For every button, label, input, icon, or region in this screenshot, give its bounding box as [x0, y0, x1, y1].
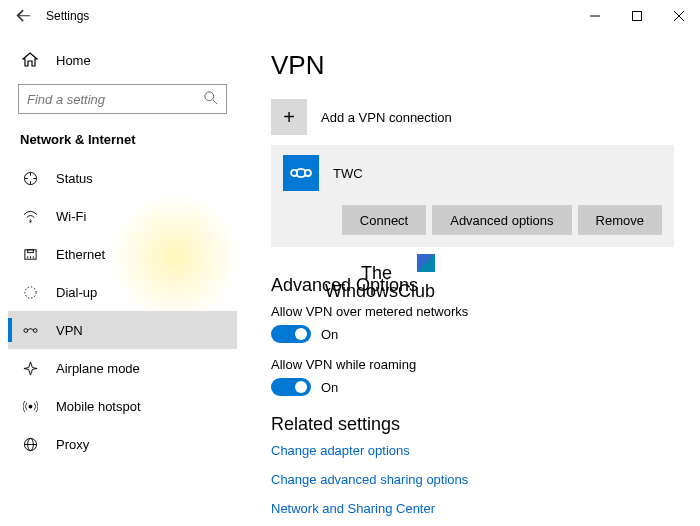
wifi-icon — [20, 209, 40, 224]
sidebar-section-header: Network & Internet — [8, 124, 237, 159]
related-settings-header: Related settings — [271, 414, 674, 435]
sidebar-item-label: Ethernet — [56, 247, 105, 262]
hotspot-icon — [20, 399, 40, 414]
titlebar: Settings — [0, 0, 700, 32]
svg-point-7 — [29, 220, 31, 222]
svg-rect-9 — [27, 249, 33, 252]
content-pane: VPN + Add a VPN connection TWC Connect A… — [245, 32, 700, 526]
plus-icon: + — [271, 99, 307, 135]
sidebar-item-wifi[interactable]: Wi-Fi — [8, 197, 237, 235]
vpn-connection-name: TWC — [333, 166, 363, 181]
sidebar: Home Network & Internet Status Wi-Fi Eth… — [0, 32, 245, 526]
maximize-button[interactable] — [616, 0, 658, 32]
sidebar-item-label: Proxy — [56, 437, 89, 452]
connect-button[interactable]: Connect — [342, 205, 426, 235]
svg-rect-1 — [633, 12, 642, 21]
ethernet-icon — [20, 247, 40, 262]
status-icon — [20, 171, 40, 186]
metered-toggle-state: On — [321, 327, 338, 342]
window-controls — [574, 0, 700, 32]
link-sharing-options[interactable]: Change advanced sharing options — [271, 472, 674, 487]
sidebar-item-label: VPN — [56, 323, 83, 338]
advanced-options-button[interactable]: Advanced options — [432, 205, 571, 235]
sidebar-item-label: Mobile hotspot — [56, 399, 141, 414]
search-box[interactable] — [18, 84, 227, 114]
sidebar-item-label: Dial-up — [56, 285, 97, 300]
vpn-icon — [20, 323, 40, 338]
metered-toggle-label: Allow VPN over metered networks — [271, 304, 674, 319]
sidebar-item-label: Wi-Fi — [56, 209, 86, 224]
vpn-connection-icon — [283, 155, 319, 191]
window-title: Settings — [46, 9, 89, 23]
svg-line-5 — [213, 99, 217, 103]
svg-point-13 — [28, 404, 32, 408]
sidebar-item-status[interactable]: Status — [8, 159, 237, 197]
add-vpn-row[interactable]: + Add a VPN connection — [271, 99, 674, 135]
link-network-center[interactable]: Network and Sharing Center — [271, 501, 674, 516]
sidebar-item-proxy[interactable]: Proxy — [8, 425, 237, 463]
svg-point-4 — [205, 91, 214, 100]
add-vpn-label: Add a VPN connection — [321, 110, 452, 125]
svg-point-10 — [24, 286, 35, 297]
search-icon — [204, 91, 218, 108]
roaming-toggle-label: Allow VPN while roaming — [271, 357, 674, 372]
proxy-icon — [20, 437, 40, 452]
page-title: VPN — [271, 50, 674, 81]
roaming-toggle-state: On — [321, 380, 338, 395]
sidebar-item-label: Status — [56, 171, 93, 186]
sidebar-item-label: Airplane mode — [56, 361, 140, 376]
metered-toggle[interactable] — [271, 325, 311, 343]
vpn-connection-card[interactable]: TWC Connect Advanced options Remove — [271, 145, 674, 247]
sidebar-item-ethernet[interactable]: Ethernet — [8, 235, 237, 273]
dialup-icon — [20, 285, 40, 300]
sidebar-item-airplane[interactable]: Airplane mode — [8, 349, 237, 387]
remove-button[interactable]: Remove — [578, 205, 662, 235]
roaming-toggle[interactable] — [271, 378, 311, 396]
airplane-icon — [20, 361, 40, 376]
svg-point-12 — [33, 328, 37, 332]
sidebar-item-hotspot[interactable]: Mobile hotspot — [8, 387, 237, 425]
back-button[interactable] — [8, 0, 38, 32]
home-icon — [20, 52, 40, 68]
sidebar-item-vpn[interactable]: VPN — [8, 311, 237, 349]
nav-home[interactable]: Home — [8, 42, 237, 78]
search-input[interactable] — [27, 92, 204, 107]
nav-home-label: Home — [56, 53, 91, 68]
sidebar-item-dialup[interactable]: Dial-up — [8, 273, 237, 311]
minimize-button[interactable] — [574, 0, 616, 32]
advanced-options-header: Advanced Options — [271, 275, 674, 296]
close-button[interactable] — [658, 0, 700, 32]
link-adapter-options[interactable]: Change adapter options — [271, 443, 674, 458]
svg-point-11 — [23, 328, 27, 332]
